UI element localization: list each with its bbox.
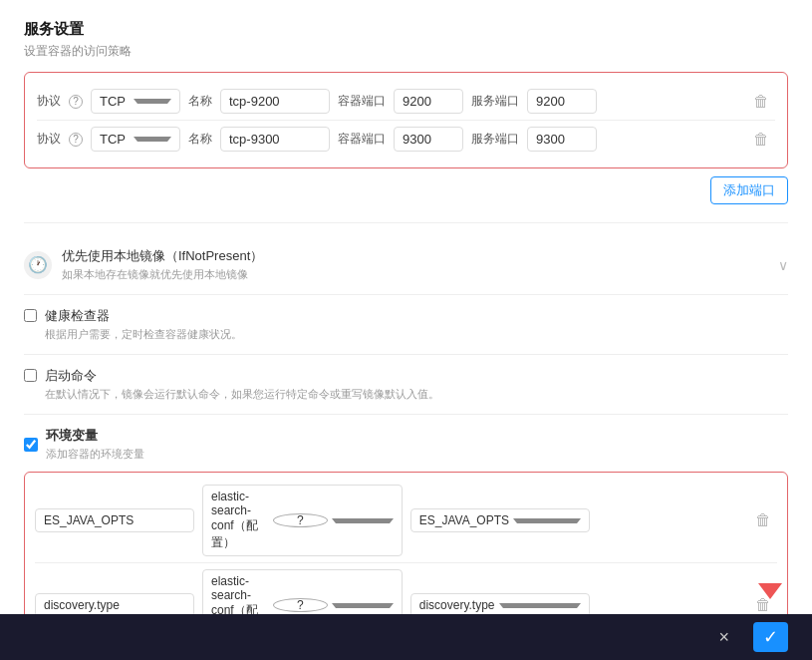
protocol-select-1[interactable]: TCP: [91, 89, 180, 114]
val-chevron-0: [513, 518, 581, 523]
name-label-1: 名称: [188, 93, 212, 110]
source-chevron-0: [332, 518, 394, 523]
env-checkbox[interactable]: [24, 438, 38, 452]
name-input-2[interactable]: [220, 127, 330, 152]
confirm-button[interactable]: ✓: [753, 622, 788, 652]
env-title: 环境变量: [46, 427, 144, 445]
protocol-select-2[interactable]: TCP: [91, 127, 180, 152]
env-desc: 添加容器的环境变量: [46, 447, 144, 462]
service-section: 服务设置 设置容器的访问策略 协议 ? TCP 名称 容器端口 服务端口 🗑: [24, 20, 788, 204]
startup-cmd-label: 启动命令: [45, 367, 439, 385]
divider-1: [24, 222, 788, 223]
name-input-1[interactable]: [220, 89, 330, 114]
chevron-down-icon-2: [134, 137, 171, 142]
startup-cmd-section: 启动命令 在默认情况下，镜像会运行默认命令，如果您运行特定命令或重写镜像默认入值…: [24, 355, 788, 415]
env-header: 环境变量 添加容器的环境变量: [24, 427, 788, 462]
chevron-down-icon-1: [134, 99, 171, 104]
svg-marker-0: [758, 583, 782, 599]
env-source-select-0[interactable]: elastic-search-conf（配置） ?: [202, 485, 403, 556]
source-help-icon-1[interactable]: ?: [273, 598, 329, 612]
delete-port-btn-1[interactable]: 🗑: [747, 91, 775, 113]
service-port-input-1[interactable]: [527, 89, 597, 114]
health-check-label: 健康检查器: [45, 307, 242, 325]
protocol-help-icon-2[interactable]: ?: [69, 133, 83, 147]
page-title: 服务设置: [24, 20, 788, 39]
health-check-desc: 根据用户需要，定时检查容器健康状况。: [45, 327, 242, 342]
add-port-button[interactable]: 添加端口: [710, 176, 788, 204]
page-container: 服务设置 设置容器的访问策略 协议 ? TCP 名称 容器端口 服务端口 🗑: [0, 0, 812, 660]
env-val-select-0[interactable]: ES_JAVA_OPTS: [410, 508, 590, 532]
startup-cmd-desc: 在默认情况下，镜像会运行默认命令，如果您运行特定命令或重写镜像默认入值。: [45, 387, 439, 402]
val-chevron-1: [499, 603, 581, 608]
source-chevron-1: [332, 603, 394, 608]
bottom-bar: × ✓: [0, 614, 812, 660]
scroll-arrow: [754, 571, 786, 606]
clock-icon: 🕐: [24, 251, 52, 279]
container-port-label-2: 容器端口: [338, 131, 386, 148]
service-port-label-1: 服务端口: [471, 93, 519, 110]
health-check-section: 健康检查器 根据用户需要，定时检查容器健康状况。: [24, 295, 788, 355]
container-port-input-2[interactable]: [394, 127, 463, 152]
image-pull-title: 优先使用本地镜像（IfNotPresent）: [62, 247, 778, 265]
down-arrow-icon: [754, 571, 786, 603]
port-row-1: 协议 ? TCP 名称 容器端口 服务端口 🗑: [37, 83, 775, 120]
startup-cmd-checkbox[interactable]: [24, 369, 37, 382]
container-port-label-1: 容器端口: [338, 93, 386, 110]
expand-icon: ∨: [778, 257, 788, 273]
image-pull-row[interactable]: 🕐 优先使用本地镜像（IfNotPresent） 如果本地存在镜像就优先使用本地…: [24, 235, 788, 295]
name-label-2: 名称: [188, 131, 212, 148]
health-check-checkbox[interactable]: [24, 309, 37, 322]
env-row-0: elastic-search-conf（配置） ? ES_JAVA_OPTS 🗑: [35, 479, 777, 562]
source-help-icon-0[interactable]: ?: [273, 513, 329, 527]
env-key-input-0[interactable]: [35, 508, 194, 532]
page-subtitle: 设置容器的访问策略: [24, 43, 788, 60]
port-row-2: 协议 ? TCP 名称 容器端口 服务端口 🗑: [37, 120, 775, 158]
container-port-input-1[interactable]: [394, 89, 463, 114]
delete-port-btn-2[interactable]: 🗑: [747, 129, 775, 151]
port-box: 协议 ? TCP 名称 容器端口 服务端口 🗑 协议 ? TCP: [24, 72, 788, 168]
service-port-label-2: 服务端口: [471, 131, 519, 148]
delete-env-btn-0[interactable]: 🗑: [749, 509, 777, 531]
image-pull-desc: 如果本地存在镜像就优先使用本地镜像: [62, 267, 778, 282]
add-port-row: 添加端口: [24, 176, 788, 204]
close-button[interactable]: ×: [710, 623, 737, 652]
protocol-help-icon-1[interactable]: ?: [69, 95, 83, 109]
service-port-input-2[interactable]: [527, 127, 597, 152]
protocol-label-2: 协议: [37, 131, 61, 148]
protocol-label-1: 协议: [37, 93, 61, 110]
